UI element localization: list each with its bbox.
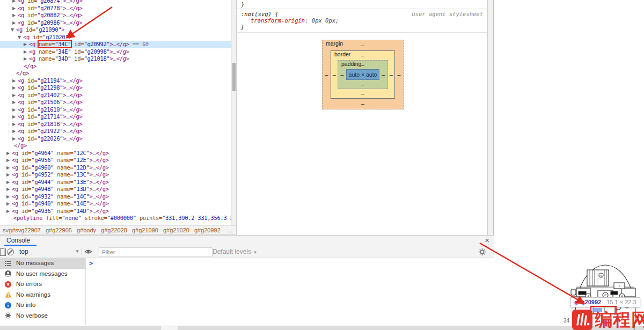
scrollbar-thumb[interactable] <box>232 63 236 91</box>
tree-row-selected[interactable]: ▶<g name="34C" id="g20992">…</g> == $0 <box>0 41 231 48</box>
tree-row[interactable]: ▶<g id="g4936" name="14D">…</g> <box>0 208 231 215</box>
console-sidebar-item-no-errors[interactable]: No errors <box>0 279 85 290</box>
breadcrumb-item[interactable]: g#g22905 <box>46 226 72 235</box>
attr-value-token: "g21090" <box>35 26 61 33</box>
log-levels-dropdown[interactable]: Default levels ▼ <box>213 246 257 258</box>
breadcrumb-item[interactable]: g#body <box>77 226 96 235</box>
console-sidebar-item-no-info[interactable]: No info <box>0 300 85 311</box>
tree-row[interactable]: ▶<g id="g4948" name="13D">…</g> <box>0 186 231 193</box>
tree-row[interactable]: ▶<g id="g4960" name="12D">…</g> <box>0 164 231 172</box>
tree-row[interactable]: ▶<g name="34E" id="g20998">…</g> <box>0 48 231 56</box>
tree-row[interactable]: <polyline fill="none" stroke="#000000" p… <box>0 215 231 222</box>
attr-name-token: id= <box>21 171 31 178</box>
tree-row[interactable]: ▶<g id="g21610">…</g> <box>0 106 231 114</box>
chevron-right-icon[interactable]: ▶ <box>12 113 16 121</box>
breadcrumb-item[interactable]: g#g22028 <box>101 226 127 235</box>
tree-row[interactable]: </g> <box>0 142 231 150</box>
annotation-box: name="34C" <box>39 41 71 47</box>
tree-row[interactable]: ▶<g id="g21818">…</g> <box>0 121 231 128</box>
chevron-right-icon[interactable]: ▶ <box>12 12 16 19</box>
tree-row[interactable]: ▼<g id="g21090"> <box>0 26 231 34</box>
tree-row[interactable]: ▶<g id="g4944" name="13E">…</g> <box>0 179 231 186</box>
attr-value-token: "g4944" <box>31 179 54 185</box>
breadcrumb-item[interactable]: g#g21020 <box>163 226 189 235</box>
tree-row[interactable]: ▶<g id="g21506">…</g> <box>0 99 231 106</box>
chevron-right-icon[interactable]: ▶ <box>12 106 16 114</box>
attr-name-token: id= <box>27 12 37 18</box>
tree-row[interactable]: ▶<g id="g20778">…</g> <box>0 5 231 12</box>
chevron-right-icon[interactable]: ▶ <box>12 5 16 12</box>
chevron-right-icon[interactable]: ▶ <box>6 200 10 208</box>
attr-name-token: stroke= <box>81 215 107 221</box>
chevron-right-icon[interactable]: ▶ <box>6 186 10 193</box>
tree-row[interactable]: ▶<g id="g4952" name="13C">…</g> <box>0 171 231 179</box>
chevron-right-icon[interactable]: ▶ <box>12 0 16 5</box>
breadcrumb-item[interactable]: svg#svg22907 <box>3 226 41 235</box>
chevron-right-icon[interactable]: ▶ <box>6 171 10 179</box>
tree-row[interactable]: ▶<g id="g21194">…</g> <box>0 77 231 85</box>
console-sidebar-item-no-verbose[interactable]: No verbose <box>0 311 85 321</box>
context-selector[interactable]: top ▼ <box>19 246 28 258</box>
eye-icon[interactable] <box>84 248 92 258</box>
css-property-value[interactable]: 0px 0px; <box>312 17 339 24</box>
scrollbar-thumb[interactable] <box>161 326 178 330</box>
chevron-right-icon[interactable]: ▶ <box>12 135 16 143</box>
tree-row[interactable]: ▶<g id="g4956" name="12E">…</g> <box>0 157 231 164</box>
tree-row[interactable]: ▶<g id="g21402">…</g> <box>0 92 231 99</box>
chevron-right-icon[interactable]: ▶ <box>12 128 16 135</box>
tag-token: <g <box>18 19 27 26</box>
tree-row[interactable]: </g> <box>0 63 231 70</box>
chevron-right-icon[interactable]: ▶ <box>12 92 16 99</box>
close-icon[interactable]: × <box>485 236 489 245</box>
css-property-name[interactable]: transform-origin <box>251 17 305 24</box>
chevron-right-icon[interactable]: ▶ <box>6 150 10 157</box>
breadcrumb-item[interactable]: g#g20992 <box>194 226 221 235</box>
chevron-right-icon[interactable]: ▶ <box>24 41 27 48</box>
css-selector[interactable]: :not(svg) { <box>241 11 279 17</box>
chevron-right-icon[interactable]: ▶ <box>24 48 27 56</box>
tree-row[interactable]: ▼<g id="g21020"> <box>0 34 231 41</box>
tree-row[interactable]: </g> <box>0 70 231 77</box>
crumb-id: #g20992 <box>197 227 221 233</box>
log-levels-value: Default levels <box>213 248 251 255</box>
tree-row[interactable]: ▶<g id="g20874">…</g> <box>0 0 231 5</box>
chevron-down-icon[interactable]: ▼ <box>18 34 21 41</box>
chevron-right-icon[interactable]: ▶ <box>12 77 16 85</box>
gear-icon[interactable] <box>478 248 486 258</box>
tree-row[interactable]: ▶<g id="g21922">…</g> <box>0 128 231 135</box>
console-sidebar-item-no-user-messages[interactable]: No user messages <box>0 269 85 280</box>
console-sidebar-item-no-warnings[interactable]: No warnings <box>0 290 85 300</box>
padding-top-value: – <box>338 61 387 69</box>
chevron-right-icon[interactable]: ▶ <box>6 164 10 172</box>
chevron-right-icon[interactable]: ▶ <box>6 208 10 215</box>
chevron-right-icon[interactable]: ▶ <box>6 193 10 201</box>
tree-row[interactable]: ▶<g id="g21298">…</g> <box>0 84 231 92</box>
tree-row[interactable]: ▶<g id="g4940" name="14E">…</g> <box>0 200 231 208</box>
tag-token: </g> <box>14 142 27 149</box>
chevron-right-icon[interactable]: ▶ <box>12 84 16 92</box>
tag-token: </g> <box>69 84 82 91</box>
chevron-right-icon[interactable]: ▶ <box>12 99 16 106</box>
tree-row[interactable]: ▶<g id="g20882">…</g> <box>0 12 231 19</box>
console-sidebar-item-no-messages[interactable]: No messages <box>0 258 85 269</box>
filter-input[interactable] <box>99 247 213 257</box>
clear-console-icon[interactable] <box>7 248 14 255</box>
chevron-right-icon[interactable]: ▶ <box>6 179 10 186</box>
chevron-right-icon[interactable]: ▶ <box>12 121 16 128</box>
tree-row[interactable]: ▶<g id="g22026">…</g> <box>0 135 231 143</box>
breadcrumb-item[interactable]: g#g21090 <box>132 226 158 235</box>
text-token: == $0 <box>129 41 149 47</box>
chevron-right-icon[interactable]: ▶ <box>24 55 27 63</box>
chevron-right-icon[interactable]: ▶ <box>12 19 16 27</box>
tree-row[interactable]: ▶<g id="g21714">…</g> <box>0 113 231 121</box>
tree-row[interactable]: ▶<g id="g4932" name="14C">…</g> <box>0 193 231 201</box>
horizontal-scrollbar[interactable] <box>0 326 644 330</box>
tree-row[interactable]: ▶<g id="g4964" name="12C">…</g> <box>0 150 231 157</box>
tree-row[interactable]: ▶<g name="34D" id="g21018">…</g> <box>0 55 231 63</box>
chevron-right-icon[interactable]: ▶ <box>6 157 10 164</box>
chevron-down-icon[interactable]: ▼ <box>11 26 14 34</box>
breadcrumb-overflow-button[interactable]: … <box>227 226 233 235</box>
tree-row[interactable]: ▶<g id="g20986">…</g> <box>0 19 231 27</box>
console-prompt-chevron[interactable]: > <box>89 260 93 267</box>
console-sidebar-toggle-icon[interactable] <box>0 248 6 256</box>
